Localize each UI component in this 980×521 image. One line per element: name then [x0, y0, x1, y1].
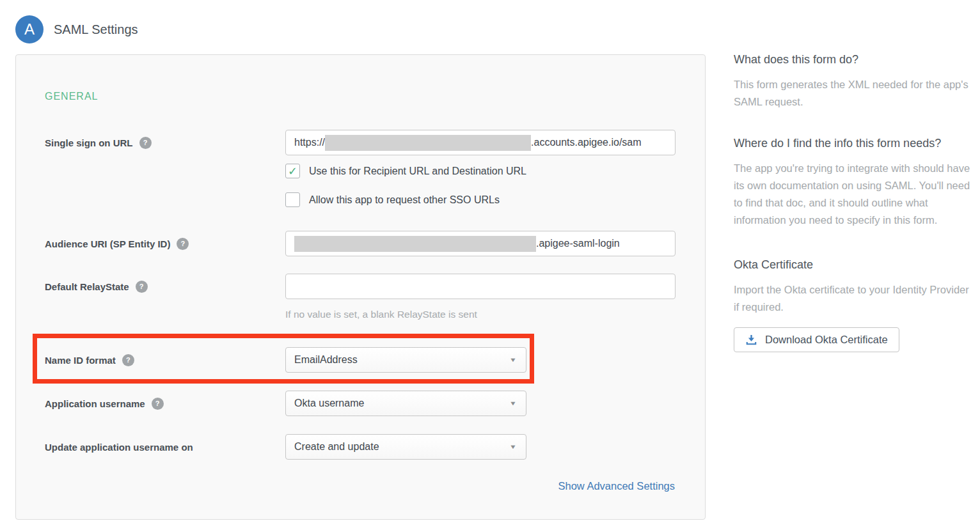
- audience-uri-value-suffix: .apigee-saml-login: [536, 238, 620, 249]
- saml-settings-panel: GENERAL Single sign on URL ? https:// .a…: [15, 54, 706, 520]
- help-icon[interactable]: ?: [139, 137, 152, 149]
- sidebar-heading-certificate: Okta Certificate: [734, 258, 980, 272]
- recipient-checkbox-row: ✓ Use this for Recipient URL and Destina…: [285, 164, 526, 178]
- redacted-text: [325, 135, 531, 151]
- sso-url-row: Single sign on URL ? https:// .accounts.…: [45, 130, 676, 155]
- audience-uri-label-wrap: Audience URI (SP Entity ID) ?: [45, 238, 285, 250]
- download-icon: [745, 334, 757, 346]
- help-sidebar: What does this form do? This form genera…: [734, 53, 980, 352]
- recipient-checkbox-label: Use this for Recipient URL and Destinati…: [309, 166, 526, 177]
- sidebar-text-what: This form generates the XML needed for t…: [734, 76, 972, 111]
- update-username-dropdown[interactable]: Create and update ▼: [285, 434, 526, 460]
- sso-url-label: Single sign on URL: [45, 137, 133, 148]
- help-icon[interactable]: ?: [122, 354, 134, 366]
- application-username-value: Okta username: [294, 398, 364, 409]
- recipient-checkbox[interactable]: ✓: [285, 164, 300, 178]
- general-section-heading: GENERAL: [45, 91, 98, 102]
- update-username-value: Create and update: [294, 441, 379, 453]
- update-username-row: Update application username on Create an…: [45, 434, 526, 460]
- application-username-label-wrap: Application username ?: [45, 398, 285, 410]
- redacted-text: [294, 236, 536, 252]
- audience-uri-row: Audience URI (SP Entity ID) ? .apigee-sa…: [45, 231, 676, 256]
- download-button-label: Download Okta Certificate: [765, 334, 888, 346]
- chevron-down-icon: ▼: [509, 357, 517, 364]
- other-sso-checkbox-row: Allow this app to request other SSO URLs: [285, 192, 500, 207]
- sidebar-text-certificate: Import the Okta certificate to your Iden…: [734, 281, 972, 316]
- download-okta-certificate-button[interactable]: Download Okta Certificate: [734, 327, 899, 352]
- name-id-format-dropdown[interactable]: EmailAddress ▼: [285, 347, 526, 373]
- relay-state-hint: If no value is set, a blank RelayState i…: [285, 309, 477, 320]
- sidebar-heading-where: Where do I find the info this form needs…: [734, 137, 980, 150]
- help-icon[interactable]: ?: [136, 281, 148, 293]
- relay-state-input[interactable]: [285, 274, 676, 299]
- audience-uri-input[interactable]: .apigee-saml-login: [285, 231, 676, 256]
- name-id-format-label: Name ID format: [45, 355, 116, 366]
- sso-url-value-suffix: .accounts.apigee.io/sam: [531, 137, 642, 148]
- sidebar-heading-what: What does this form do?: [734, 53, 980, 66]
- audience-uri-label: Audience URI (SP Entity ID): [45, 238, 170, 249]
- name-id-format-row: Name ID format ? EmailAddress ▼: [45, 347, 526, 373]
- help-icon[interactable]: ?: [177, 238, 189, 250]
- other-sso-checkbox[interactable]: [285, 192, 300, 207]
- update-username-label-wrap: Update application username on: [45, 442, 285, 453]
- show-advanced-settings-link[interactable]: Show Advanced Settings: [558, 480, 675, 492]
- sso-url-value-prefix: https://: [294, 137, 325, 148]
- sidebar-text-where: The app you're trying to integrate with …: [734, 160, 972, 229]
- checkmark-icon: ✓: [288, 164, 297, 178]
- application-username-label: Application username: [45, 398, 145, 409]
- chevron-down-icon: ▼: [509, 444, 517, 451]
- help-icon[interactable]: ?: [152, 398, 164, 410]
- relay-state-label: Default RelayState: [45, 281, 129, 292]
- page-title: SAML Settings: [54, 22, 138, 37]
- update-username-label: Update application username on: [45, 442, 193, 453]
- name-id-format-label-wrap: Name ID format ?: [45, 354, 285, 366]
- relay-state-label-wrap: Default RelayState ?: [45, 281, 285, 293]
- sso-url-label-wrap: Single sign on URL ?: [45, 137, 285, 149]
- sso-url-input[interactable]: https:// .accounts.apigee.io/sam: [285, 130, 676, 155]
- chevron-down-icon: ▼: [509, 400, 517, 407]
- step-a-badge: A: [15, 15, 43, 43]
- name-id-format-value: EmailAddress: [294, 354, 358, 366]
- other-sso-checkbox-label: Allow this app to request other SSO URLs: [309, 194, 500, 206]
- page-header: A SAML Settings: [15, 15, 138, 43]
- relay-state-row: Default RelayState ?: [45, 274, 676, 299]
- application-username-row: Application username ? Okta username ▼: [45, 391, 526, 416]
- application-username-dropdown[interactable]: Okta username ▼: [285, 391, 526, 416]
